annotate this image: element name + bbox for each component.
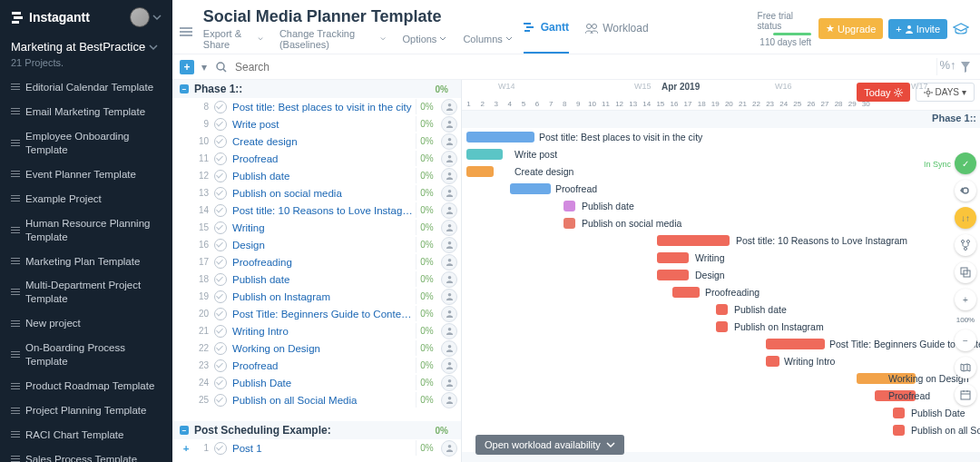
assignee-avatar[interactable] [441,151,457,167]
menu-icon[interactable] [180,22,192,36]
check-icon[interactable] [214,239,227,251]
assignee-avatar[interactable] [441,440,457,457]
task-row[interactable]: +1Post 10% [172,439,461,457]
search-icon[interactable] [214,60,229,74]
task-name[interactable]: Write post [232,119,416,130]
view-workload[interactable]: Workload [585,9,648,54]
task-row[interactable]: 18Publish date0% [172,270,461,288]
gantt-bar[interactable] [672,287,700,298]
project-item[interactable]: Project Planning Template [0,398,172,423]
assignee-avatar[interactable] [441,375,457,391]
project-item[interactable]: Email Marketing Template [0,100,172,124]
expand-button[interactable]: ▾ [197,60,211,74]
gantt-bar[interactable] [657,270,689,280]
assignee-avatar[interactable] [441,392,457,408]
check-icon[interactable] [214,308,227,320]
task-row[interactable]: 25Publish on all Social Media0% [172,391,461,408]
check-icon[interactable] [214,170,227,182]
add-button[interactable]: + [180,60,194,74]
check-icon[interactable] [214,204,227,217]
subnav-item[interactable]: Columns [463,28,512,50]
check-icon[interactable] [214,377,227,389]
branch-button[interactable] [955,234,976,256]
task-name[interactable]: Post title: Best places to visit in the … [232,102,416,113]
check-icon[interactable] [214,101,227,113]
task-name[interactable]: Writing [232,222,416,233]
search-input[interactable] [231,59,375,75]
project-item[interactable]: Employee Onboarding Template [0,124,172,162]
task-name[interactable]: Post 1 [232,443,416,454]
task-name[interactable]: Writing Intro [232,326,416,337]
check-icon[interactable] [214,273,227,286]
sort-button[interactable]: ↓↑ [955,207,976,229]
task-name[interactable]: Publish on social media [232,188,416,199]
gantt-bar[interactable] [564,218,575,229]
user-avatar[interactable] [130,7,150,27]
task-name[interactable]: Working on Design [232,343,416,354]
check-icon[interactable] [214,256,227,269]
assignee-avatar[interactable] [441,358,457,374]
check-icon[interactable] [214,442,227,455]
project-item[interactable]: RACI Chart Template [0,423,172,447]
zoom-in-button[interactable]: + [955,289,976,310]
task-row[interactable]: 9Write post0% [172,115,461,133]
assignee-avatar[interactable] [441,220,457,236]
check-icon[interactable] [214,290,227,303]
check-icon[interactable] [214,152,227,165]
task-name[interactable]: Design [232,240,416,251]
task-row[interactable]: 20Post Title: Beginners Guide to Content… [172,305,461,322]
today-button[interactable]: Today [857,83,909,102]
task-row[interactable]: 13Publish on social media0% [172,184,461,202]
gantt-bar[interactable] [893,425,905,436]
check-icon[interactable] [214,325,227,338]
assignee-avatar[interactable] [441,271,457,288]
assignee-avatar[interactable] [441,168,457,184]
task-row[interactable]: 11Proofread0% [172,150,461,167]
gantt-bar[interactable] [893,408,905,418]
task-name[interactable]: Publish date [232,274,416,285]
workspace-selector[interactable]: Marketing at BestPractice [0,34,172,57]
task-name[interactable]: Proofread [232,153,416,164]
task-name[interactable]: Proofread [232,360,416,371]
assignee-avatar[interactable] [441,306,457,322]
undo-button[interactable] [955,180,976,202]
assignee-avatar[interactable] [441,323,457,339]
view-gantt[interactable]: Gantt [524,9,569,54]
calendar-button[interactable] [955,384,976,406]
task-row[interactable]: 17Proofreading0% [172,253,461,270]
project-item[interactable]: Editorial Calendar Template [0,75,172,100]
graduation-icon[interactable] [953,23,969,35]
assignee-avatar[interactable] [441,133,457,150]
gantt-bar[interactable] [466,149,503,160]
map-button[interactable] [955,357,976,378]
task-name[interactable]: Publish on all Social Media [232,395,416,406]
task-name[interactable]: Proofreading [232,257,416,268]
workload-availability-button[interactable]: Open workload availability [475,435,624,455]
assignee-avatar[interactable] [441,99,457,115]
gantt-bar[interactable] [657,252,689,263]
task-name[interactable]: Publish on Instagram [232,291,416,302]
task-name[interactable]: Publish date [232,171,416,182]
gantt-bar[interactable] [466,132,534,143]
gantt-bar[interactable] [510,183,551,194]
project-item[interactable]: Example Project [0,187,172,211]
task-row[interactable]: 16Design0% [172,236,461,253]
gantt-bar[interactable] [466,166,494,177]
project-item[interactable]: New project [0,311,172,336]
task-row[interactable]: 12Publish date0% [172,167,461,184]
assignee-avatar[interactable] [441,185,457,202]
gantt-bar[interactable] [766,339,825,349]
filter-icon[interactable] [958,60,973,74]
subnav-item[interactable]: Export & Share [203,28,263,50]
task-row[interactable]: 23Proofread0% [172,357,461,374]
task-row[interactable]: 21Writing Intro0% [172,322,461,339]
sync-button[interactable]: ✓ [955,152,976,174]
gantt-bar[interactable] [657,235,730,246]
gantt-bar[interactable] [716,321,728,332]
task-name[interactable]: Publish Date [232,378,416,388]
assignee-avatar[interactable] [441,116,457,133]
zoom-out-button[interactable]: − [955,329,976,351]
task-row[interactable]: 14Post title: 10 Reasons to Love Instagr… [172,202,461,219]
task-name[interactable]: Post title: 10 Reasons to Love Instagram [232,205,416,216]
check-icon[interactable] [214,342,227,355]
